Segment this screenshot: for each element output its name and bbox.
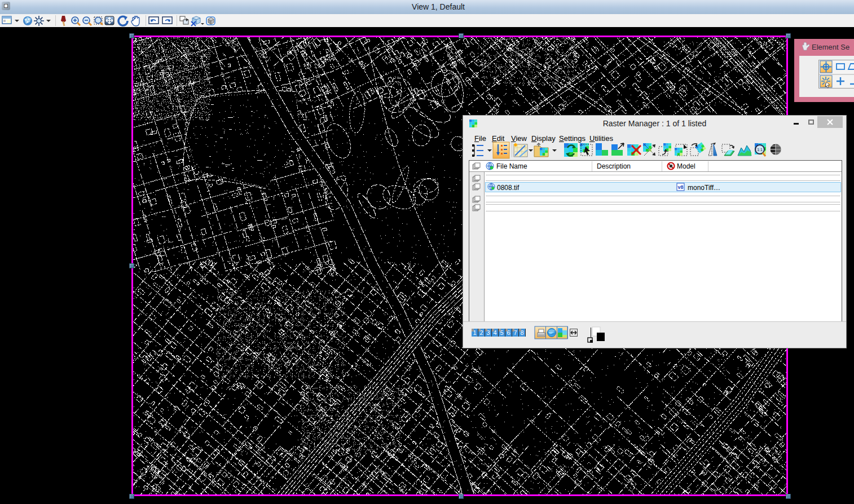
svg-text:v8: v8 <box>677 184 683 190</box>
svg-text:1:1: 1:1 <box>757 148 763 152</box>
